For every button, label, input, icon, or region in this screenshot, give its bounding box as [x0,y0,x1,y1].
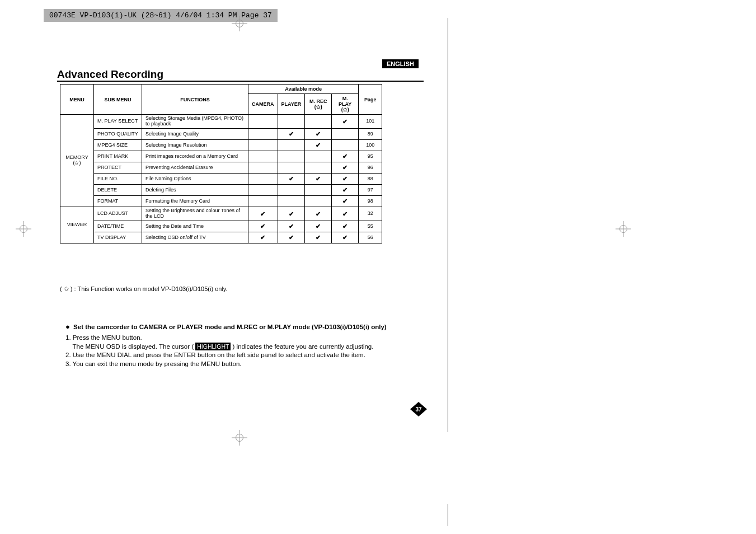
th-available-mode: Available mode [248,85,359,94]
table-cell: Deleting Files [142,184,248,195]
table-cell [305,115,332,129]
title-underline [57,81,424,82]
line1b-suffix: ) indicates the feature you are currentl… [231,343,373,350]
table-cell [305,195,332,207]
frame-line [448,18,448,432]
table-cell: Selecting Image Quality [142,128,248,139]
th-functions: FUNCTIONS [142,85,248,115]
line2-label: 2. [65,352,73,358]
menu-cell-memory: MEMORY (✩) [60,115,94,207]
table-cell: ✔ [332,173,359,184]
table-cell: ✔ [278,128,305,139]
page-title: Advanced Recording [57,68,163,81]
table-cell: Selecting Image Resolution [142,139,248,151]
table-cell [278,151,305,162]
table-cell [278,184,305,195]
table-cell: ✔ [248,232,278,243]
language-badge: ENGLISH [382,59,419,68]
table-cell: Preventing Accidental Erasure [142,162,248,173]
table-cell: 32 [359,207,382,221]
table-cell: ✔ [332,195,359,207]
line3-text: You can exit the menu mode by pressing t… [73,360,242,367]
highlight-indicator: HIGHLIGHT [195,343,231,350]
th-mrec: M. REC (✩) [305,94,332,115]
table-cell [248,173,278,184]
table-cell: ✔ [305,139,332,151]
table-cell: 98 [359,195,382,207]
table-cell: PROTECT [94,162,142,173]
table-cell [278,195,305,207]
table-cell [248,184,278,195]
table-cell [248,128,278,139]
table-cell: PRINT MARK [94,151,142,162]
registration-mark-bottom [232,430,247,446]
line1b-prefix: The MENU OSD is displayed. The cursor ( [73,343,196,350]
table-cell [248,115,278,129]
instructions-list: 1. Press the MENU button. The MENU OSD i… [65,334,373,368]
menu-reference-table: MENU SUB MENU FUNCTIONS Available mode P… [60,84,382,243]
table-cell: 96 [359,162,382,173]
table-cell [305,184,332,195]
table-cell: ✔ [332,162,359,173]
th-mplay: M. PLAY (✩) [332,94,359,115]
table-cell [332,139,359,151]
table-cell [278,139,305,151]
table-cell: 56 [359,232,382,243]
table-cell: ✔ [278,232,305,243]
registration-mark-top [232,16,247,31]
table-cell: 101 [359,115,382,129]
table-cell: FORMAT [94,195,142,207]
menu-cell-viewer: VIEWER [60,207,94,243]
table-cell [278,162,305,173]
table-cell: 95 [359,151,382,162]
table-cell: DELETE [94,184,142,195]
th-player: PLAYER [278,94,305,115]
table-cell: MPEG4 SIZE [94,139,142,151]
table-cell: ✔ [278,221,305,232]
bullet-icon: ● [65,322,70,331]
page-number-badge: 37 [409,401,428,418]
table-cell: ✔ [332,151,359,162]
table-cell [248,162,278,173]
table-cell: ✔ [305,232,332,243]
table-cell: PHOTO QUALITY [94,128,142,139]
table-cell [305,162,332,173]
line2-text: Use the MENU DIAL and press the ENTER bu… [73,352,365,358]
table-cell: 88 [359,173,382,184]
table-cell: 89 [359,128,382,139]
table-cell [248,195,278,207]
table-cell: ✔ [278,173,305,184]
table-cell: ✔ [305,207,332,221]
frame-line-bottom [448,504,448,526]
th-page: Page [359,85,382,115]
table-cell: ✔ [305,173,332,184]
instruction-line-1: 1. Press the MENU button. The MENU OSD i… [65,334,373,351]
table-cell: ✔ [332,232,359,243]
page-number: 37 [415,406,421,413]
table-cell: Setting the Date and Time [142,221,248,232]
table-cell: ✔ [332,207,359,221]
registration-mark-left [16,221,31,237]
table-cell: 100 [359,139,382,151]
table-cell: ✔ [305,221,332,232]
instruction-line-2: 2. Use the MENU DIAL and press the ENTER… [65,351,373,360]
table-cell: M. PLAY SELECT [94,115,142,129]
table-cell: ✔ [248,221,278,232]
table-cell: Selecting OSD on/off of TV [142,232,248,243]
table-cell: LCD ADJUST [94,207,142,221]
table-cell: Selecting Storage Media (MPEG4, PHOTO) t… [142,115,248,129]
th-menu: MENU [60,85,94,115]
line1a: Press the MENU button. [73,334,142,341]
instructions-header: ● Set the camcorder to CAMERA or PLAYER … [65,322,387,331]
table-cell: ✔ [305,128,332,139]
table-cell: ✔ [248,207,278,221]
table-cell: File Naming Options [142,173,248,184]
footnote: ( ✩ ) : This Function works on model VP-… [60,285,228,293]
line1-label: 1. [65,334,73,341]
table-body: MEMORY (✩) M. PLAY SELECT Selecting Stor… [60,115,382,243]
table-cell: DATE/TIME [94,221,142,232]
table-cell: Formatting the Memory Card [142,195,248,207]
table-cell: ✔ [332,115,359,129]
th-camera: CAMERA [248,94,278,115]
instructions-header-text: Set the camcorder to CAMERA or PLAYER mo… [73,324,387,330]
